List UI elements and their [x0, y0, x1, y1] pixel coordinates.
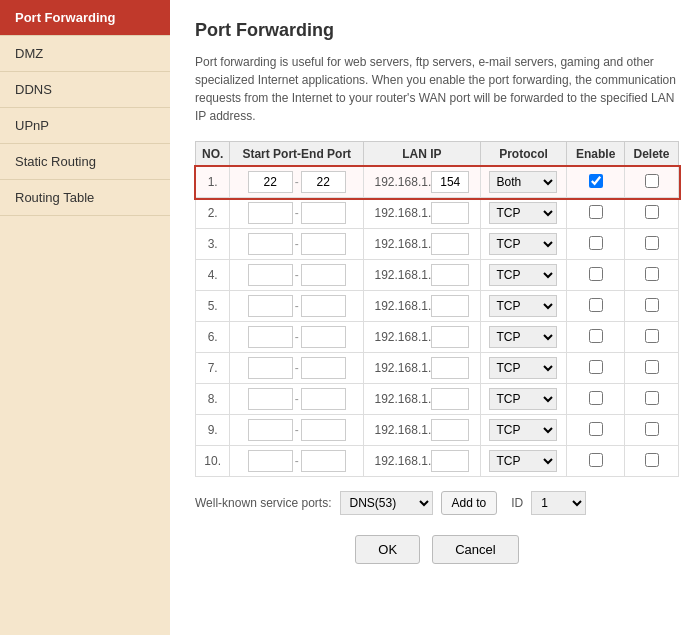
start-port-input[interactable] — [248, 450, 293, 472]
port-forwarding-table: NO. Start Port-End Port LAN IP Protocol … — [195, 141, 679, 477]
port-dash: - — [293, 392, 301, 406]
start-port-input[interactable] — [248, 357, 293, 379]
delete-cell — [625, 322, 679, 353]
end-port-input[interactable] — [301, 388, 346, 410]
lan-last-octet-input[interactable] — [431, 171, 469, 193]
lan-prefix: 192.168.1. — [375, 423, 432, 437]
enable-checkbox[interactable] — [589, 391, 603, 405]
protocol-select[interactable]: TCPUDPBoth — [489, 202, 557, 224]
delete-checkbox[interactable] — [645, 267, 659, 281]
service-select[interactable]: DNS(53) HTTP(80) FTP(21) Telnet(23) SMTP… — [340, 491, 433, 515]
delete-checkbox[interactable] — [645, 205, 659, 219]
enable-checkbox[interactable] — [589, 267, 603, 281]
table-row: 6.-192.168.1.TCPUDPBoth — [196, 322, 679, 353]
protocol-select[interactable]: TCPUDPBoth — [489, 450, 557, 472]
end-port-input[interactable] — [301, 357, 346, 379]
enable-checkbox[interactable] — [589, 298, 603, 312]
enable-checkbox[interactable] — [589, 453, 603, 467]
lan-ip-cell: 192.168.1. — [364, 260, 480, 291]
lan-last-octet-input[interactable] — [431, 450, 469, 472]
enable-checkbox[interactable] — [589, 205, 603, 219]
row-number: 9. — [196, 415, 230, 446]
port-dash: - — [293, 268, 301, 282]
protocol-select[interactable]: TCPUDPBoth — [489, 357, 557, 379]
start-port-input[interactable] — [248, 264, 293, 286]
enable-cell — [567, 229, 625, 260]
col-header-ports: Start Port-End Port — [230, 142, 364, 167]
protocol-cell: TCPUDPBoth — [480, 291, 567, 322]
enable-checkbox[interactable] — [589, 329, 603, 343]
ok-button[interactable]: OK — [355, 535, 420, 564]
lan-last-octet-input[interactable] — [431, 357, 469, 379]
delete-checkbox[interactable] — [645, 298, 659, 312]
table-row: 9.-192.168.1.TCPUDPBoth — [196, 415, 679, 446]
protocol-cell: TCPUDPBoth — [480, 353, 567, 384]
start-port-input[interactable] — [248, 295, 293, 317]
delete-checkbox[interactable] — [645, 422, 659, 436]
id-select[interactable]: 1234 5678 910 — [531, 491, 586, 515]
lan-last-octet-input[interactable] — [431, 233, 469, 255]
col-header-no: NO. — [196, 142, 230, 167]
delete-cell — [625, 415, 679, 446]
cancel-button[interactable]: Cancel — [432, 535, 518, 564]
enable-checkbox[interactable] — [589, 236, 603, 250]
delete-checkbox[interactable] — [645, 174, 659, 188]
start-port-input[interactable] — [248, 326, 293, 348]
enable-cell — [567, 322, 625, 353]
lan-last-octet-input[interactable] — [431, 326, 469, 348]
start-port-input[interactable] — [248, 202, 293, 224]
delete-cell — [625, 446, 679, 477]
delete-cell — [625, 198, 679, 229]
sidebar-item-routing-table[interactable]: Routing Table — [0, 180, 170, 216]
end-port-input[interactable] — [301, 450, 346, 472]
protocol-select[interactable]: TCPUDPBoth — [489, 171, 557, 193]
lan-last-octet-input[interactable] — [431, 388, 469, 410]
port-dash: - — [293, 175, 301, 189]
sidebar-item-ddns[interactable]: DDNS — [0, 72, 170, 108]
end-port-input[interactable] — [301, 171, 346, 193]
end-port-input[interactable] — [301, 326, 346, 348]
protocol-cell: TCPUDPBoth — [480, 415, 567, 446]
start-port-input[interactable] — [248, 233, 293, 255]
start-port-input[interactable] — [248, 171, 293, 193]
protocol-select[interactable]: TCPUDPBoth — [489, 326, 557, 348]
delete-checkbox[interactable] — [645, 360, 659, 374]
page-description: Port forwarding is useful for web server… — [195, 53, 679, 125]
enable-checkbox[interactable] — [589, 422, 603, 436]
start-port-input[interactable] — [248, 419, 293, 441]
delete-checkbox[interactable] — [645, 453, 659, 467]
protocol-select[interactable]: TCPUDPBoth — [489, 264, 557, 286]
lan-ip-cell: 192.168.1. — [364, 446, 480, 477]
lan-last-octet-input[interactable] — [431, 264, 469, 286]
enable-cell — [567, 446, 625, 477]
protocol-select[interactable]: TCPUDPBoth — [489, 233, 557, 255]
sidebar-item-port-forwarding[interactable]: Port Forwarding — [0, 0, 170, 36]
protocol-select[interactable]: TCPUDPBoth — [489, 295, 557, 317]
delete-checkbox[interactable] — [645, 391, 659, 405]
add-to-button[interactable]: Add to — [441, 491, 498, 515]
row-number: 4. — [196, 260, 230, 291]
end-port-input[interactable] — [301, 295, 346, 317]
enable-checkbox[interactable] — [589, 360, 603, 374]
protocol-cell: TCPUDPBoth — [480, 384, 567, 415]
end-port-input[interactable] — [301, 202, 346, 224]
sidebar-item-static-routing[interactable]: Static Routing — [0, 144, 170, 180]
end-port-input[interactable] — [301, 264, 346, 286]
delete-checkbox[interactable] — [645, 329, 659, 343]
lan-prefix: 192.168.1. — [375, 330, 432, 344]
protocol-select[interactable]: TCPUDPBoth — [489, 388, 557, 410]
delete-checkbox[interactable] — [645, 236, 659, 250]
enable-checkbox[interactable] — [589, 174, 603, 188]
start-port-input[interactable] — [248, 388, 293, 410]
delete-cell — [625, 291, 679, 322]
enable-cell — [567, 198, 625, 229]
delete-cell — [625, 167, 679, 198]
lan-last-octet-input[interactable] — [431, 419, 469, 441]
protocol-select[interactable]: TCPUDPBoth — [489, 419, 557, 441]
lan-last-octet-input[interactable] — [431, 202, 469, 224]
sidebar-item-upnp[interactable]: UPnP — [0, 108, 170, 144]
end-port-input[interactable] — [301, 419, 346, 441]
end-port-input[interactable] — [301, 233, 346, 255]
lan-last-octet-input[interactable] — [431, 295, 469, 317]
sidebar-item-dmz[interactable]: DMZ — [0, 36, 170, 72]
